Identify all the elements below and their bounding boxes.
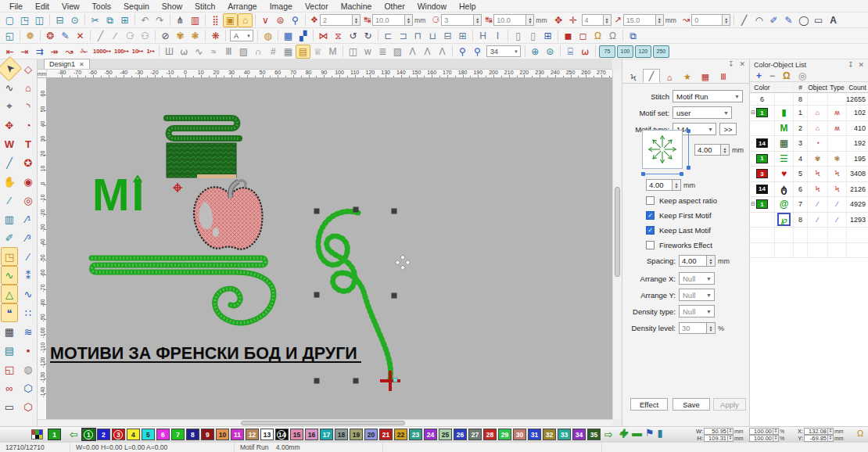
motif-spacing-field[interactable]: ↹10.0▲▼mm	[483, 14, 550, 26]
skew-step-value[interactable]: 0	[691, 14, 723, 26]
checkbox-box[interactable]: ✓	[646, 226, 655, 235]
effect-button[interactable]: Effect	[630, 398, 668, 411]
tatami-fill-icon[interactable]: Ⅲ	[221, 45, 236, 59]
density-level-input[interactable]: 30	[679, 322, 707, 334]
redwork-glasses-tool[interactable]: ∞	[1, 378, 18, 397]
marquee-2-icon[interactable]: ▯	[525, 29, 540, 43]
density-level-spinner[interactable]: ▲▼	[707, 322, 716, 334]
checkbox-box[interactable]: ✓	[646, 211, 655, 220]
travel-100-button[interactable]: 100↦	[114, 48, 129, 55]
zoom-1-1-icon[interactable]: ⚲	[470, 45, 485, 59]
color-chip[interactable]: 3	[756, 169, 768, 178]
rotate-ccw-icon[interactable]: ↺	[346, 29, 360, 43]
object-thumbnail[interactable]: M	[775, 121, 794, 136]
stitch-type-select[interactable]: Motif Run▼	[673, 90, 743, 102]
object-thumbnail[interactable]: ☰	[775, 152, 794, 167]
nudge-cross-icon[interactable]: ✥	[551, 13, 566, 27]
nudge-step-value[interactable]: 4	[582, 14, 604, 26]
column-stitch-icon[interactable]: ⍵	[177, 45, 192, 59]
quarter-view-icon[interactable]: ◫	[346, 45, 360, 59]
tab-pattern[interactable]: ▦	[697, 71, 714, 83]
color-object-row[interactable]: 3♥5ϞϞ3408	[750, 167, 868, 182]
bead-fill-icon[interactable]: ❃	[188, 29, 203, 43]
motif-run-tool-tool[interactable]: ⁑	[20, 266, 37, 285]
palette-swatch-10[interactable]: 10	[216, 429, 229, 440]
grid-4-icon[interactable]: ⊞	[540, 29, 555, 43]
mi-lettering-object[interactable]: MI	[92, 170, 146, 220]
zoom-previous-icon[interactable]: ⊜	[543, 45, 558, 59]
single-run-tool[interactable]: ∕¹	[20, 210, 37, 228]
motif-width-input[interactable]: 4.00	[646, 179, 673, 191]
checkbox-keep-last-motif[interactable]: ✓Keep Last Motif	[646, 225, 711, 235]
zoom-lens-icon[interactable]: ⚲	[288, 13, 303, 27]
checkbox-keep-first-motif[interactable]: ✓Keep First Motif	[646, 210, 712, 221]
menu-help[interactable]: Help	[453, 1, 482, 12]
palette-swatch-9[interactable]: 9	[201, 429, 214, 440]
thread-chip-icon[interactable]: ▬	[632, 427, 642, 439]
palette-swatch-5[interactable]: 5	[142, 429, 155, 440]
rotate-step-field[interactable]: ↗15.0▲▼mm	[613, 14, 680, 26]
palette-swatch-31[interactable]: 31	[528, 429, 541, 440]
rotate-cw-icon[interactable]: ↻	[360, 29, 375, 43]
palette-swatch-15[interactable]: 15	[290, 429, 303, 440]
wave-edit-icon[interactable]: w	[360, 45, 375, 59]
spacing-spinner[interactable]: ▲▼	[707, 255, 716, 267]
close-tab-icon[interactable]: ✕	[79, 61, 84, 68]
unlock-icon[interactable]: Ω	[605, 29, 620, 43]
draw-line-icon[interactable]: ╱	[737, 13, 751, 27]
trim-icon[interactable]: ✁	[77, 45, 91, 59]
overview-window-icon[interactable]: ◱	[2, 29, 17, 43]
align-bottom-icon[interactable]: ⊔	[425, 29, 440, 43]
show-stitches-tool[interactable]: ∿	[1, 266, 18, 285]
sequin-spacing-value[interactable]: 10.0	[372, 14, 405, 26]
design-wizard-icon[interactable]: ❁	[23, 29, 38, 43]
palette-swatch-2[interactable]: 2	[97, 429, 110, 440]
object-thumbnail[interactable]: ♥	[775, 167, 794, 181]
current-color-chip[interactable]: 1	[48, 429, 61, 440]
jump-stitch-icon[interactable]: ↝	[62, 45, 77, 59]
menu-view[interactable]: View	[56, 1, 86, 12]
motif-height-input[interactable]: 4.00	[694, 144, 721, 156]
tree-collapse-icon[interactable]: ⊟	[751, 201, 755, 207]
color-object-row[interactable]: 14ტ6ϞϞ2126	[750, 182, 868, 198]
color-picker-tool[interactable]: ✐	[1, 228, 18, 247]
tab-outline[interactable]: Ϟ	[625, 71, 642, 83]
curve-object-tool[interactable]: ◝	[20, 97, 37, 116]
no-overlap-icon[interactable]: ⊘	[158, 29, 173, 43]
bead-run-icon[interactable]: ✾	[173, 29, 188, 43]
palette-swatch-11[interactable]: 11	[231, 429, 244, 440]
palette-swatch-20[interactable]: 20	[364, 429, 378, 440]
satin-stitch-icon[interactable]: Ш	[162, 45, 177, 59]
nudge-step-field[interactable]: 4▲▼	[582, 14, 612, 26]
vertical-scrollbar-thumb[interactable]	[615, 187, 620, 277]
menu-arrange[interactable]: Arrange	[221, 1, 263, 12]
open-design-icon[interactable]: ◳	[17, 13, 32, 27]
palette-swatch-3[interactable]: 3	[112, 429, 125, 440]
save-design-icon[interactable]: ◫	[32, 13, 47, 27]
color-object-row[interactable]: M2⌂ʍ410	[750, 121, 868, 137]
open-object-tool[interactable]: ◇	[20, 59, 37, 78]
menu-other[interactable]: Other	[378, 1, 411, 12]
add-color-icon[interactable]: +	[756, 70, 762, 81]
object-thumbnail[interactable]: ▦	[775, 136, 794, 151]
checkbox-box[interactable]	[646, 196, 655, 205]
design-tab[interactable]: Design1 ✕	[44, 59, 90, 69]
design-canvas[interactable]: MI	[47, 78, 612, 419]
motif-set-select[interactable]: user▼	[673, 106, 732, 119]
space-vertically-icon[interactable]: I	[490, 29, 505, 43]
stitch-play-icon[interactable]: ↠	[47, 45, 62, 59]
rotate-step-value[interactable]: 15.0	[623, 14, 656, 26]
sequin-count-field[interactable]: ❖2▲▼	[309, 14, 360, 26]
object-thumbnail[interactable]: ▮	[775, 106, 794, 120]
motif-cluster-icon[interactable]: ❋	[208, 29, 223, 43]
horizontal-scrollbar[interactable]	[38, 419, 612, 426]
quilt-half-icon[interactable]: ▞	[296, 29, 310, 43]
print-icon[interactable]: ⊟	[52, 13, 67, 27]
sequin-count-value[interactable]: 2	[320, 14, 353, 26]
motif-fill-icon[interactable]: ▤	[296, 45, 310, 59]
draw-open-shape-icon[interactable]: ✐	[766, 13, 781, 27]
palette-swatch-35[interactable]: 35	[587, 429, 601, 440]
travel-10-button[interactable]: 10↦	[132, 48, 144, 55]
wave-fill-icon[interactable]: ≈	[206, 45, 221, 59]
menu-vector[interactable]: Vector	[299, 1, 335, 12]
